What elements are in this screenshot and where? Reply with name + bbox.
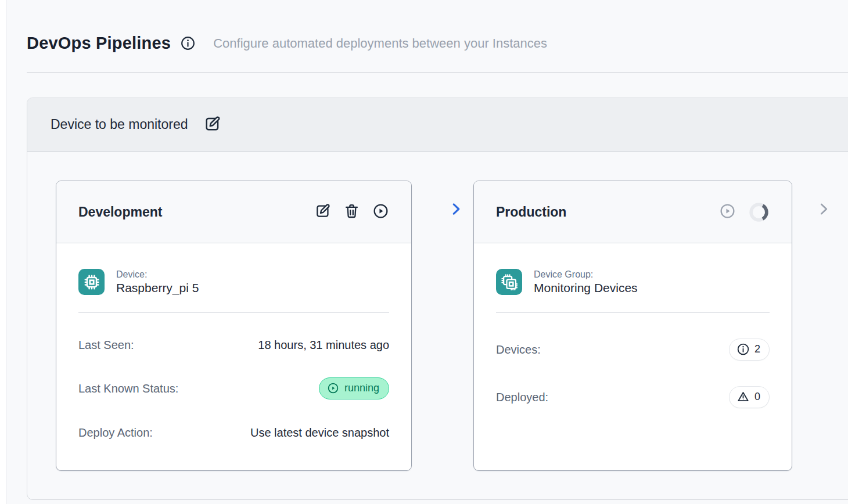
- last-seen-row: Last Seen: 18 hours, 31 minutes ago: [78, 339, 389, 352]
- page-header: DevOps Pipelines Configure automated dep…: [27, 34, 547, 53]
- run-pipeline-button-disabled[interactable]: [719, 203, 736, 221]
- last-known-status-row: Last Known Status: running: [78, 377, 389, 399]
- device-group-label: Device Group:: [534, 269, 638, 280]
- deployed-label: Deployed:: [496, 391, 548, 404]
- card-divider: [496, 312, 770, 313]
- chip-icon: [78, 269, 105, 295]
- production-card-body: Device Group: Monitoring Devices Devices…: [474, 243, 792, 470]
- last-seen-label: Last Seen:: [78, 339, 134, 352]
- deployed-count-badge[interactable]: 0: [729, 386, 770, 408]
- page-subtitle: Configure automated deployments between …: [213, 36, 547, 51]
- header-divider: [27, 72, 848, 73]
- last-seen-value: 18 hours, 31 minutes ago: [258, 339, 389, 352]
- edit-pipeline-button[interactable]: [203, 115, 221, 135]
- devices-count-badge[interactable]: 2: [729, 339, 770, 361]
- next-stage-chevron[interactable]: [815, 200, 832, 219]
- production-instance-card: Production: [473, 181, 792, 471]
- chevron-right-icon: [815, 200, 832, 219]
- device-group-row: Device Group: Monitoring Devices: [496, 269, 770, 295]
- development-instance-card: Development: [56, 181, 412, 471]
- deployed-row: Deployed: 0: [496, 386, 770, 408]
- info-circle-icon: [736, 343, 750, 356]
- pipeline-title: Device to be monitored: [51, 117, 188, 132]
- edit-icon: [314, 203, 331, 221]
- warning-triangle-icon: [736, 390, 750, 404]
- deploy-action-row: Deploy Action: Use latest device snapsho…: [78, 426, 389, 440]
- deploy-action-label: Deploy Action:: [78, 426, 153, 440]
- trash-icon: [343, 203, 360, 221]
- devops-pipelines-page: DevOps Pipelines Configure automated dep…: [6, 0, 848, 504]
- development-card-title: Development: [78, 204, 162, 220]
- edit-icon: [203, 115, 221, 135]
- development-card-header: Development: [56, 181, 411, 243]
- loading-spinner-icon: [748, 201, 770, 223]
- pipeline-panel-header: Device to be monitored: [27, 98, 848, 152]
- device-group-meta: Device Group: Monitoring Devices: [534, 269, 638, 295]
- last-known-status-label: Last Known Status:: [78, 382, 178, 395]
- device-name: Raspberry_pi 5: [116, 281, 199, 295]
- delete-instance-button[interactable]: [343, 203, 360, 221]
- devices-count: 2: [754, 343, 760, 355]
- production-card-actions: [719, 201, 770, 223]
- development-card-actions: [314, 203, 389, 221]
- info-icon[interactable]: [180, 35, 196, 51]
- page-title: DevOps Pipelines: [27, 34, 171, 53]
- device-group-name: Monitoring Devices: [534, 281, 638, 295]
- device-meta: Device: Raspberry_pi 5: [116, 269, 199, 295]
- deploy-action-value: Use latest device snapshot: [250, 426, 389, 440]
- deployed-count: 0: [754, 391, 760, 403]
- edit-instance-button[interactable]: [314, 203, 331, 221]
- status-badge: running: [319, 377, 389, 399]
- play-circle-icon: [372, 203, 389, 221]
- chevron-right-icon: [447, 200, 465, 219]
- chip-stack-icon: [496, 269, 522, 295]
- devices-label: Devices:: [496, 343, 541, 357]
- devices-row: Devices: 2: [496, 339, 770, 361]
- pipeline-panel: Device to be monitored Development: [27, 98, 848, 500]
- run-pipeline-button[interactable]: [372, 203, 389, 221]
- play-circle-icon: [719, 203, 736, 221]
- production-card-header: Production: [474, 181, 792, 243]
- status-badge-label: running: [344, 382, 379, 394]
- production-card-title: Production: [496, 204, 566, 220]
- card-divider: [78, 312, 389, 313]
- play-circle-icon: [327, 382, 339, 394]
- device-row: Device: Raspberry_pi 5: [78, 269, 389, 295]
- device-label: Device:: [116, 269, 199, 280]
- pipeline-panel-body: Development: [27, 152, 848, 500]
- development-card-body: Device: Raspberry_pi 5 Last Seen: 18 hou…: [56, 243, 411, 470]
- pipeline-flow-chevron[interactable]: [447, 200, 465, 219]
